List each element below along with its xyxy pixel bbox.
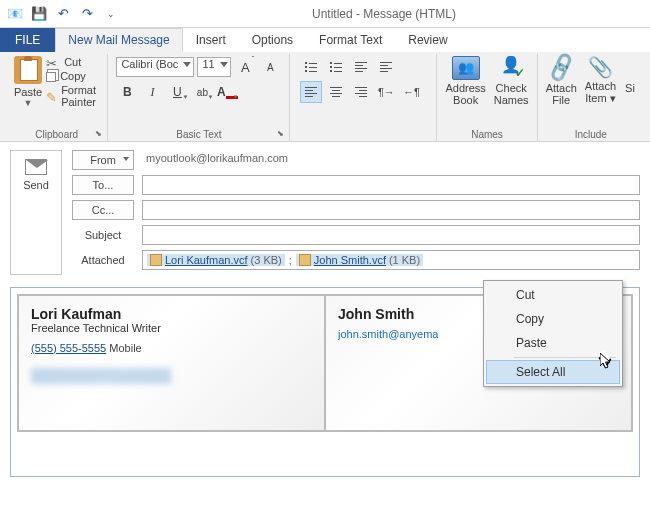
- tab-review[interactable]: Review: [395, 28, 460, 52]
- subject-field[interactable]: [142, 225, 640, 245]
- vcard-icon: [299, 254, 311, 266]
- address-book-icon: [452, 56, 480, 80]
- group-basic-text-label: Basic Text: [108, 129, 289, 140]
- cc-button[interactable]: Cc...: [72, 200, 134, 220]
- group-clipboard-label: Clipboard: [6, 129, 107, 140]
- group-include-label: Include: [538, 129, 644, 140]
- copy-icon: [46, 72, 56, 82]
- basic-text-launcher[interactable]: ⬊: [277, 129, 287, 139]
- font-name-select[interactable]: Calibri (Boc: [116, 57, 194, 77]
- ribbon: Paste ▼ ✂Cut Copy ✎Format Painter Clipbo…: [0, 52, 650, 142]
- cc-field[interactable]: [142, 200, 640, 220]
- attach-file-button[interactable]: 🔗 Attach File: [546, 56, 577, 106]
- check-names-button[interactable]: Check Names: [494, 56, 529, 106]
- group-clipboard: Paste ▼ ✂Cut Copy ✎Format Painter Clipbo…: [6, 54, 108, 141]
- tab-insert[interactable]: Insert: [183, 28, 239, 52]
- bold-button[interactable]: B: [116, 81, 138, 103]
- window-title: Untitled - Message (HTML): [122, 7, 646, 21]
- font-size-value: 11: [202, 58, 214, 70]
- card-phone: (555) 555-5555 Mobile: [31, 342, 312, 354]
- redo-button[interactable]: ↷: [76, 3, 98, 25]
- copy-button[interactable]: Copy: [46, 70, 99, 82]
- attachment-size: (3 KB): [251, 254, 282, 266]
- paste-button[interactable]: Paste ▼: [14, 56, 42, 108]
- ctx-paste[interactable]: Paste: [486, 331, 620, 355]
- increase-indent-button[interactable]: [375, 56, 397, 78]
- tab-format-text[interactable]: Format Text: [306, 28, 395, 52]
- font-name-value: Calibri (Boc: [121, 58, 178, 70]
- format-painter-button[interactable]: ✎Format Painter: [46, 84, 99, 108]
- rtl-button[interactable]: ←¶: [400, 81, 422, 103]
- to-field[interactable]: [142, 175, 640, 195]
- attach-item-icon: 📎: [588, 56, 613, 78]
- subject-label: Subject: [72, 226, 134, 244]
- attach-item-label: Attach Item ▾: [585, 80, 616, 104]
- attachment-item[interactable]: John Smith.vcf (1 KB): [296, 254, 423, 266]
- card-phone-link[interactable]: (555) 555-5555: [31, 342, 106, 354]
- clipboard-launcher[interactable]: ⬊: [95, 129, 105, 139]
- attachment-item[interactable]: Lori Kaufman.vcf (3 KB): [147, 254, 285, 266]
- send-label: Send: [23, 179, 49, 191]
- italic-button[interactable]: I: [141, 81, 163, 103]
- bullets-button[interactable]: [300, 56, 322, 78]
- redacted-area: [31, 368, 171, 384]
- from-value: myoutlook@lorikaufman.com: [142, 150, 640, 170]
- qat-customize[interactable]: ⌄: [100, 3, 122, 25]
- highlight-button[interactable]: ab▼: [191, 81, 213, 103]
- address-book-button[interactable]: Address Book: [445, 56, 485, 106]
- copy-label: Copy: [60, 70, 86, 82]
- align-left-button[interactable]: [300, 81, 322, 103]
- shrink-font-button[interactable]: A: [259, 56, 281, 78]
- decrease-indent-button[interactable]: [350, 56, 372, 78]
- paste-dropdown[interactable]: ▼: [24, 98, 33, 108]
- from-button[interactable]: From: [72, 150, 134, 170]
- undo-button[interactable]: ↶: [52, 3, 74, 25]
- cut-button[interactable]: ✂Cut: [46, 56, 99, 68]
- attachment-name: Lori Kaufman.vcf: [165, 254, 248, 266]
- grow-font-button[interactable]: A: [234, 56, 256, 78]
- font-size-select[interactable]: 11: [197, 57, 231, 77]
- cut-label: Cut: [64, 56, 81, 68]
- group-names-label: Names: [437, 129, 536, 140]
- from-label: From: [90, 154, 116, 166]
- font-color-button[interactable]: A▼: [216, 81, 238, 103]
- numbering-button[interactable]: [325, 56, 347, 78]
- tab-file[interactable]: FILE: [0, 28, 55, 52]
- check-names-label: Check Names: [494, 82, 529, 106]
- signature-button[interactable]: Si: [624, 56, 636, 94]
- cut-icon: ✂: [46, 56, 60, 68]
- save-button[interactable]: 💾: [28, 3, 50, 25]
- ctx-copy[interactable]: Copy: [486, 307, 620, 331]
- paste-icon: [14, 56, 42, 84]
- attachment-size: (1 KB): [389, 254, 420, 266]
- chevron-down-icon: [183, 62, 191, 67]
- address-book-label: Address Book: [445, 82, 485, 106]
- vcard-icon: [150, 254, 162, 266]
- attachment-separator: ;: [289, 254, 292, 266]
- attachments-field[interactable]: Lori Kaufman.vcf (3 KB) ; John Smith.vcf…: [142, 250, 640, 270]
- card-phone-type: Mobile: [109, 342, 141, 354]
- chevron-down-icon: [123, 157, 129, 161]
- ribbon-tabs: FILE New Mail Message Insert Options For…: [0, 28, 650, 52]
- attachment-name: John Smith.vcf: [314, 254, 386, 266]
- signature-label: Si: [625, 82, 635, 94]
- to-button[interactable]: To...: [72, 175, 134, 195]
- tab-options[interactable]: Options: [239, 28, 306, 52]
- underline-button[interactable]: U▼: [166, 81, 188, 103]
- align-right-button[interactable]: [350, 81, 372, 103]
- ltr-button[interactable]: ¶→: [375, 81, 397, 103]
- brush-icon: ✎: [46, 90, 57, 102]
- check-names-icon: [499, 56, 523, 80]
- chevron-down-icon: [220, 62, 228, 67]
- ctx-cut[interactable]: Cut: [486, 283, 620, 307]
- group-names: Address Book Check Names Names: [437, 54, 537, 141]
- compose-area: Send From myoutlook@lorikaufman.com To..…: [0, 142, 650, 283]
- attach-item-button[interactable]: 📎 Attach Item ▾: [585, 56, 616, 104]
- align-center-button[interactable]: [325, 81, 347, 103]
- app-icon[interactable]: 📧: [4, 3, 26, 25]
- group-include: 🔗 Attach File 📎 Attach Item ▾ Si Include: [538, 54, 644, 141]
- business-card[interactable]: Lori Kaufman Freelance Technical Writer …: [18, 295, 325, 431]
- group-paragraph: ¶→ ←¶: [290, 54, 437, 141]
- tab-new-mail[interactable]: New Mail Message: [55, 28, 182, 52]
- send-button[interactable]: Send: [10, 150, 62, 275]
